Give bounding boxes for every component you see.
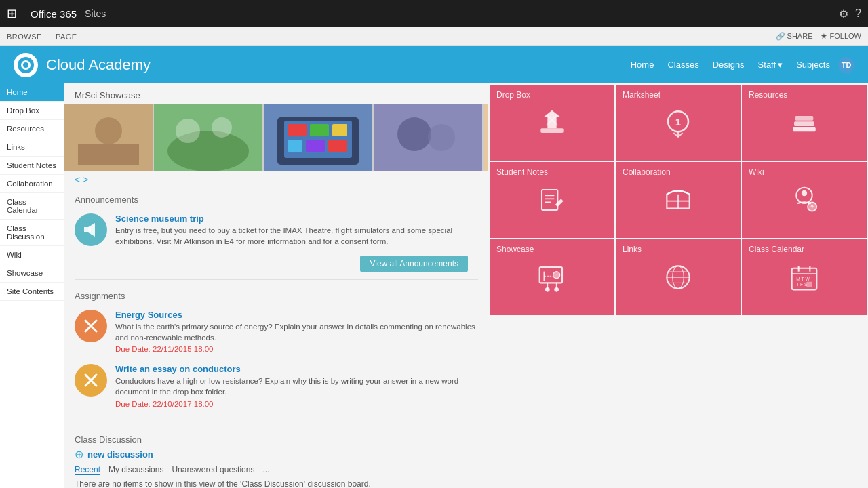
svg-rect-5 [78, 144, 139, 165]
discussion-section: Class Discussion ⊕ new discussion Recent… [64, 422, 488, 488]
ribbon: BROWSE PAGE 🔗 SHARE ★ FOLLOW [0, 27, 868, 46]
assignments-header: Assignments [64, 284, 488, 304]
sidebar: Home Drop Box Resources Links Student No… [0, 83, 64, 488]
carousel-prev[interactable]: < [75, 174, 80, 185]
sidebar-item-showcase[interactable]: Showcase [0, 264, 64, 283]
sidebar-item-dropbox[interactable]: Drop Box [0, 102, 64, 120]
ribbon-right: 🔗 SHARE ★ FOLLOW [776, 32, 861, 41]
sites-link[interactable]: Sites [85, 8, 106, 19]
ribbon-share[interactable]: 🔗 SHARE [776, 32, 813, 41]
svg-point-8 [176, 119, 200, 143]
svg-point-9 [212, 117, 232, 138]
sidebar-item-class-discussion[interactable]: Class Discussion [0, 220, 64, 246]
nav-designs[interactable]: Designs [707, 57, 750, 73]
discussion-tab-more[interactable]: ... [262, 465, 269, 475]
nav-staff[interactable]: Staff ▾ [753, 57, 789, 73]
sidebar-item-home[interactable]: Home [0, 83, 64, 102]
tile-resources[interactable]: Resources [742, 85, 867, 161]
site-header: Cloud Academy Home Classes Designs Staff… [0, 46, 868, 83]
main-layout: Home Drop Box Resources Links Student No… [0, 83, 868, 488]
discussion-tab-unanswered[interactable]: Unanswered questions [172, 465, 254, 475]
assignment-content-2: Write an essay on conductors Conductors … [115, 364, 478, 407]
assignment-title-1[interactable]: Energy Sources [115, 310, 478, 320]
site-title: Cloud Academy [46, 56, 151, 74]
site-nav: Home Classes Designs Staff ▾ Subjects TD [625, 57, 854, 73]
sidebar-item-links[interactable]: Links [0, 138, 64, 157]
waffle-icon[interactable]: ⊞ [7, 6, 17, 21]
assignment-content-1: Energy Sources What is the earth's prima… [115, 310, 478, 353]
top-bar: ⊞ Office 365 Sites ⚙ ? [0, 0, 868, 27]
sidebar-item-site-contents[interactable]: Site Contents [0, 283, 64, 301]
svg-point-21 [428, 124, 455, 151]
svg-rect-40 [794, 121, 814, 126]
settings-icon[interactable]: ⚙ [839, 7, 848, 20]
view-all-announcements-button[interactable]: View all Announcements [360, 256, 468, 272]
carousel-next[interactable]: > [83, 174, 88, 185]
site-logo [14, 53, 38, 77]
assignment-item-1: Energy Sources What is the earth's prima… [64, 304, 488, 359]
assignment-due-2: Due Date: 22/10/2017 18:00 [115, 400, 478, 408]
announcement-icon [75, 214, 107, 246]
assignment-title-2[interactable]: Write an essay on conductors [115, 364, 478, 374]
tile-wiki[interactable]: Wiki ? [742, 162, 867, 238]
assignment-text-1: What is the earth's primary source of en… [115, 321, 478, 343]
tile-collaboration[interactable]: Collaboration [616, 162, 741, 238]
nav-avatar[interactable]: TD [838, 57, 854, 73]
new-discussion-add-icon[interactable]: ⊕ [75, 448, 83, 461]
nav-subjects[interactable]: Subjects [791, 57, 835, 73]
svg-point-20 [397, 117, 431, 151]
tile-showcase[interactable]: Showcase [490, 239, 614, 315]
svg-text:?: ? [810, 204, 814, 211]
ribbon-page[interactable]: PAGE [56, 33, 77, 41]
tile-class-calendar[interactable]: Class Calendar M T W T F S [742, 239, 867, 315]
discussion-tabs: Recent My discussions Unanswered questio… [75, 465, 478, 475]
right-panel: Drop Box Marksheet 1 Resources [488, 83, 868, 488]
svg-point-58 [553, 272, 560, 279]
svg-rect-13 [288, 124, 307, 136]
tile-links[interactable]: Links [616, 239, 741, 315]
discussion-section-header: Class Discussion [75, 428, 478, 448]
sidebar-item-collaboration[interactable]: Collaboration [0, 175, 64, 193]
tile-student-notes[interactable]: Student Notes [490, 162, 614, 238]
ribbon-follow[interactable]: ★ FOLLOW [821, 32, 861, 41]
help-icon[interactable]: ? [855, 7, 861, 20]
top-bar-left: ⊞ Office 365 Sites [7, 6, 106, 21]
discussion-tab-recent[interactable]: Recent [75, 465, 100, 475]
discussion-tab-my[interactable]: My discussions [108, 465, 163, 475]
nav-classes[interactable]: Classes [662, 57, 704, 73]
sidebar-item-class-calendar[interactable]: Class Calendar [0, 193, 64, 220]
site-header-left: Cloud Academy [14, 53, 151, 77]
assignment-icon-1 [75, 310, 107, 342]
assignment-text-2: Conductors have a high or low resistance… [115, 375, 478, 397]
svg-point-50 [802, 190, 807, 196]
showcase-header: MrSci Showcase [64, 83, 488, 104]
tile-dropbox[interactable]: Drop Box [490, 85, 614, 161]
sidebar-item-resources[interactable]: Resources [0, 120, 64, 138]
sidebar-item-wiki[interactable]: Wiki [0, 246, 64, 264]
announcement-content: Science museum trip Entry is free, but y… [115, 214, 478, 247]
tile-marksheet[interactable]: Marksheet 1 [616, 85, 741, 161]
svg-rect-15 [332, 124, 347, 136]
svg-rect-28 [88, 227, 91, 232]
svg-rect-72 [806, 282, 812, 287]
new-discussion-label[interactable]: new discussion [87, 449, 153, 460]
svg-rect-39 [793, 127, 815, 132]
svg-text:M T W: M T W [796, 277, 810, 281]
svg-rect-16 [288, 140, 302, 152]
sidebar-item-student-notes[interactable]: Student Notes [0, 157, 64, 175]
ribbon-browse[interactable]: BROWSE [7, 33, 42, 41]
discussion-empty-message: There are no items to show in this view … [75, 479, 478, 488]
announcement-title[interactable]: Science museum trip [115, 214, 478, 224]
office365-link[interactable]: Office 365 [31, 8, 77, 20]
carousel-nav[interactable]: < > [64, 171, 488, 188]
announcements-header: Announcements [64, 188, 488, 208]
svg-point-4 [95, 117, 122, 144]
svg-rect-42 [542, 190, 557, 210]
svg-point-2 [23, 62, 28, 68]
svg-rect-14 [310, 124, 329, 136]
main-content: MrSci Showcase [64, 83, 488, 488]
nav-home[interactable]: Home [625, 57, 660, 73]
announcement-text: Entry is free, but you need to buy a tic… [115, 225, 478, 247]
showcase-carousel[interactable]: "I am not pretty, I am not beautiful, I … [64, 104, 488, 171]
svg-text:1: 1 [675, 116, 681, 127]
